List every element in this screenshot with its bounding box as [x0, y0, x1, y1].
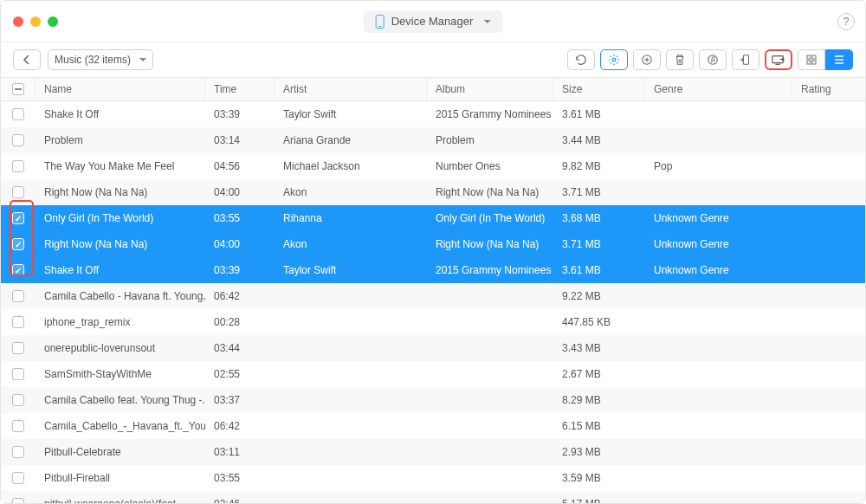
select-all-checkbox[interactable] [1, 78, 36, 100]
category-dropdown[interactable]: Music (32 items) [48, 49, 153, 70]
help-button[interactable]: ? [837, 13, 855, 30]
row-checkbox-cell[interactable] [1, 316, 36, 328]
cell-time: 03:46 [205, 498, 275, 503]
refresh-button[interactable] [567, 49, 595, 70]
row-checkbox-cell[interactable] [1, 186, 36, 198]
titlebar: Device Manager ? [1, 1, 865, 42]
table-row[interactable]: onerepublic-loverunsout03:443.43 MB [1, 335, 865, 361]
delete-button[interactable] [666, 49, 694, 70]
table-row[interactable]: Only Girl (In The World)03:55RihannaOnly… [1, 205, 865, 231]
cell-size: 6.15 MB [553, 420, 645, 432]
cell-size: 3.71 MB [553, 186, 645, 198]
window-close-button[interactable] [13, 16, 23, 27]
category-dropdown-label: Music (32 items) [55, 54, 131, 66]
cell-album: Right Now (Na Na Na) [427, 238, 553, 250]
row-checkbox-cell[interactable] [1, 498, 36, 503]
table-row[interactable]: Camila Cabello - Havana ft. Young...06:4… [1, 283, 865, 309]
cell-name: Right Now (Na Na Na) [36, 238, 205, 250]
row-checkbox-cell[interactable] [1, 160, 36, 172]
cell-name: Camila Cabello - Havana ft. Young... [36, 290, 205, 302]
window-minimize-button[interactable] [30, 16, 41, 27]
svg-point-2 [708, 55, 718, 65]
column-header-artist[interactable]: Artist [275, 78, 427, 100]
row-checkbox[interactable] [12, 368, 24, 380]
row-checkbox[interactable] [12, 420, 24, 432]
row-checkbox-cell[interactable] [1, 134, 36, 146]
table-row[interactable]: Camila Cabello feat. Young Thug -...03:3… [1, 387, 865, 413]
table-body[interactable]: Shake It Off03:39Taylor Swift2015 Grammy… [1, 101, 865, 503]
cell-genre: Unknown Genre [645, 212, 792, 224]
column-header-size[interactable]: Size [553, 78, 645, 100]
row-checkbox-cell[interactable] [1, 290, 36, 302]
table-row[interactable]: Pitbull-Fireball03:553.59 MB [1, 465, 865, 491]
row-checkbox[interactable] [12, 316, 24, 328]
refresh-icon [575, 54, 587, 66]
add-button[interactable] [633, 49, 661, 70]
row-checkbox[interactable] [12, 446, 24, 458]
row-checkbox-cell[interactable] [1, 446, 36, 458]
grid-view-button[interactable] [798, 49, 825, 70]
cell-time: 03:44 [205, 342, 275, 354]
table-row[interactable]: Shake It Off03:39Taylor Swift2015 Grammy… [1, 257, 865, 283]
export-button[interactable] [765, 49, 792, 70]
to-device-button[interactable] [732, 49, 759, 70]
cell-time: 04:00 [205, 238, 275, 250]
cell-album: Problem [427, 134, 553, 146]
row-checkbox-cell[interactable] [1, 212, 36, 224]
row-checkbox[interactable] [12, 108, 24, 120]
window-maximize-button[interactable] [48, 16, 58, 27]
cell-album: Only Girl (In The World) [427, 212, 553, 224]
column-header-album[interactable]: Album [427, 78, 553, 100]
table-row[interactable]: Right Now (Na Na Na)04:00AkonRight Now (… [1, 231, 865, 257]
to-itunes-button[interactable] [699, 49, 727, 70]
row-checkbox[interactable] [12, 212, 24, 224]
cell-name: Right Now (Na Na Na) [36, 186, 205, 198]
row-checkbox-cell[interactable] [1, 420, 36, 432]
table-row[interactable]: SamSmith-StayWithMe02:552.67 MB [1, 361, 865, 387]
column-header-time[interactable]: Time [205, 78, 275, 100]
row-checkbox-cell[interactable] [1, 108, 36, 120]
table-row[interactable]: pitbull-weareone(oleola)(feat03:465.17 M… [1, 491, 865, 503]
cell-genre: Pop [645, 160, 792, 172]
row-checkbox[interactable] [12, 290, 24, 302]
table-row[interactable]: Camila_Cabello_-_Havana_ft._You...06:426… [1, 413, 865, 439]
row-checkbox[interactable] [12, 134, 24, 146]
back-button[interactable] [13, 49, 41, 70]
column-header-rating[interactable]: Rating [792, 78, 865, 100]
table-row[interactable]: The Way You Make Me Feel04:56Michael Jac… [1, 153, 865, 179]
row-checkbox-cell[interactable] [1, 394, 36, 406]
row-checkbox[interactable] [12, 342, 24, 354]
row-checkbox-cell[interactable] [1, 264, 36, 276]
row-checkbox-cell[interactable] [1, 342, 36, 354]
cell-artist: Michael Jackson [275, 160, 427, 172]
row-checkbox[interactable] [12, 498, 24, 503]
cell-artist: Taylor Swift [275, 264, 427, 276]
settings-button[interactable] [600, 49, 628, 70]
cell-name: Problem [36, 134, 205, 146]
chevron-down-icon [483, 20, 490, 23]
toolbar: Music (32 items) [1, 42, 865, 77]
cell-size: 8.29 MB [553, 394, 645, 406]
cell-time: 03:39 [205, 108, 275, 120]
device-manager-dropdown[interactable]: Device Manager [364, 10, 503, 33]
cell-size: 3.61 MB [553, 108, 645, 120]
row-checkbox[interactable] [12, 238, 24, 250]
table-row[interactable]: Right Now (Na Na Na)04:00AkonRight Now (… [1, 179, 865, 205]
table-row[interactable]: Pitbull-Celebrate03:112.93 MB [1, 439, 865, 465]
row-checkbox-cell[interactable] [1, 238, 36, 250]
row-checkbox[interactable] [12, 264, 24, 276]
table-row[interactable]: Shake It Off03:39Taylor Swift2015 Grammy… [1, 101, 865, 127]
row-checkbox[interactable] [12, 186, 24, 198]
row-checkbox-cell[interactable] [1, 472, 36, 484]
row-checkbox[interactable] [12, 394, 24, 406]
cell-time: 03:55 [205, 472, 275, 484]
list-view-button[interactable] [825, 49, 853, 70]
svg-rect-10 [812, 61, 816, 64]
table-row[interactable]: iphone_trap_remix00:28447.85 KB [1, 309, 865, 335]
column-header-genre[interactable]: Genre [645, 78, 792, 100]
column-header-name[interactable]: Name [36, 78, 205, 100]
row-checkbox-cell[interactable] [1, 368, 36, 380]
row-checkbox[interactable] [12, 160, 24, 172]
table-row[interactable]: Problem03:14Ariana GrandeProblem3.44 MB [1, 127, 865, 153]
row-checkbox[interactable] [12, 472, 24, 484]
